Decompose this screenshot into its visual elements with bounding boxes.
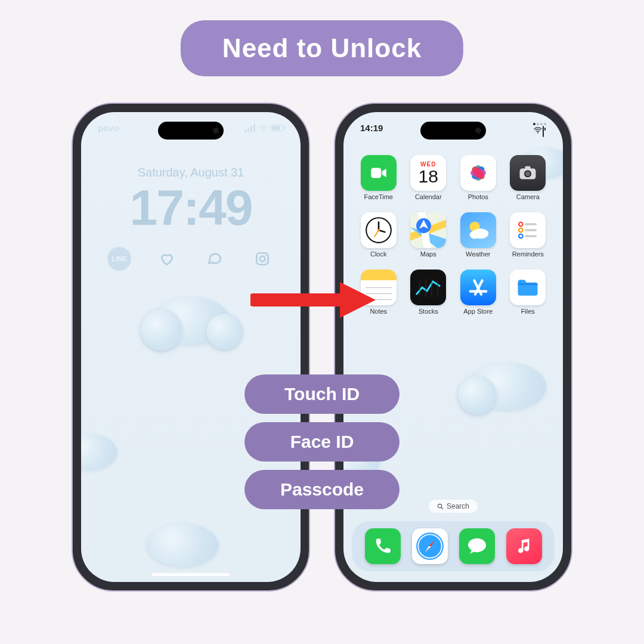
- search-pill[interactable]: Search: [429, 500, 478, 513]
- title-pill: Need to Unlock: [181, 20, 463, 76]
- app-phone[interactable]: [365, 528, 401, 564]
- phone-locked: povo Saturday, August 31 17:49 LINE: [72, 103, 310, 592]
- app-label: Calendar: [415, 193, 442, 200]
- app-label: FaceTime: [364, 193, 394, 200]
- app-label: Clock: [370, 250, 387, 258]
- signal-icon: [244, 124, 255, 132]
- arrow-icon: [250, 279, 376, 321]
- app-label: Reminders: [512, 250, 544, 258]
- svg-marker-51: [340, 282, 376, 318]
- svg-point-3: [265, 255, 267, 256]
- stocks-icon: [410, 270, 446, 305]
- svg-rect-30: [525, 223, 537, 225]
- search-icon: [437, 503, 444, 510]
- svg-point-33: [519, 234, 523, 239]
- app-messages[interactable]: [459, 528, 495, 564]
- home-screen: 14:19 FaceTime WED 18 Calendar: [343, 112, 563, 582]
- app-music[interactable]: [506, 528, 542, 564]
- clock-icon: [361, 212, 397, 248]
- chat-icon: [203, 247, 227, 271]
- messages-icon: [465, 534, 489, 558]
- phone-icon: [373, 536, 393, 556]
- lock-widgets: LINE: [81, 247, 301, 271]
- app-label: Maps: [420, 250, 436, 258]
- app-label: Weather: [466, 250, 490, 258]
- app-label: Photos: [468, 193, 488, 200]
- wifi-icon: [533, 125, 543, 135]
- safari-icon: [415, 531, 445, 561]
- svg-point-0: [262, 130, 264, 131]
- camera-icon: [510, 155, 546, 191]
- svg-point-29: [519, 222, 523, 227]
- home-indicator[interactable]: [152, 573, 230, 576]
- lock-time: 17:49: [81, 179, 301, 237]
- files-icon: [510, 270, 546, 305]
- method-touch-id: Touch ID: [244, 374, 400, 414]
- app-clock[interactable]: Clock: [355, 212, 402, 258]
- app-photos[interactable]: Photos: [455, 155, 501, 200]
- unlock-methods: Touch ID Face ID Passcode: [244, 374, 400, 509]
- svg-rect-32: [525, 229, 537, 231]
- wifi-icon: [258, 123, 268, 133]
- phone-unlocked: 14:19 FaceTime WED 18 Calendar: [334, 103, 572, 592]
- battery-icon: [271, 125, 284, 131]
- svg-point-4: [537, 132, 538, 134]
- app-weather[interactable]: Weather: [455, 212, 501, 258]
- facetime-icon: [361, 155, 397, 191]
- svg-point-31: [519, 228, 523, 233]
- svg-rect-1: [256, 253, 268, 265]
- app-label: App Store: [463, 308, 493, 315]
- maps-icon: [410, 212, 446, 248]
- dock: [352, 521, 555, 571]
- app-reminders[interactable]: Reminders: [505, 212, 552, 258]
- weather-icon: [460, 212, 496, 248]
- svg-point-28: [469, 231, 479, 239]
- line-icon: LINE: [107, 247, 131, 271]
- status-bar: 14:19: [343, 123, 563, 137]
- method-passcode: Passcode: [244, 470, 400, 509]
- search-label: Search: [447, 502, 469, 510]
- app-maps[interactable]: Maps: [405, 212, 452, 258]
- app-calendar[interactable]: WED 18 Calendar: [405, 155, 452, 200]
- svg-point-22: [377, 229, 380, 231]
- app-grid: FaceTime WED 18 Calendar: [343, 155, 563, 315]
- app-facetime[interactable]: FaceTime: [355, 155, 402, 200]
- svg-point-2: [260, 256, 265, 262]
- app-safari[interactable]: [412, 528, 448, 564]
- svg-line-44: [441, 507, 443, 509]
- app-label: Stocks: [419, 308, 438, 315]
- photos-icon: [460, 155, 496, 191]
- appstore-icon: [460, 270, 496, 305]
- method-face-id: Face ID: [244, 422, 400, 462]
- svg-point-16: [526, 172, 531, 177]
- music-icon: [514, 536, 534, 556]
- heart-icon: [155, 247, 179, 271]
- lock-screen: povo Saturday, August 31 17:49 LINE: [81, 112, 301, 582]
- reminders-icon: [510, 212, 546, 248]
- svg-rect-17: [525, 166, 531, 169]
- svg-rect-34: [525, 235, 537, 237]
- instagram-icon: [250, 247, 274, 271]
- app-appstore[interactable]: App Store: [455, 270, 501, 315]
- app-files[interactable]: Files: [505, 270, 552, 315]
- app-label: Files: [521, 308, 535, 315]
- status-time: 14:19: [360, 123, 383, 137]
- battery-icon: [543, 126, 544, 137]
- app-camera[interactable]: Camera: [505, 155, 552, 200]
- svg-rect-5: [371, 168, 381, 178]
- calendar-icon: WED 18: [410, 155, 446, 191]
- app-label: Camera: [516, 193, 540, 200]
- status-bar: povo: [81, 123, 301, 133]
- calendar-day: 18: [419, 168, 438, 185]
- app-stocks[interactable]: Stocks: [405, 270, 452, 315]
- carrier-label: povo: [98, 123, 119, 133]
- lock-date: Saturday, August 31: [81, 166, 301, 179]
